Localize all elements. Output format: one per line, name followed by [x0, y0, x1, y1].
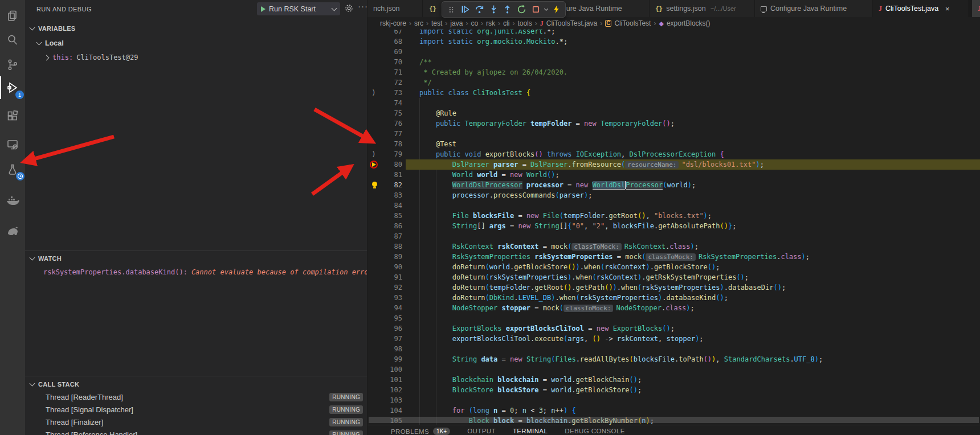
code-line[interactable]: 101 Blockchain blockchain = world.getBlo… — [368, 375, 980, 385]
tab-CliToolsTest.java[interactable]: JCliToolsTest.java× — [873, 0, 969, 17]
code-line[interactable]: 68import static org.mockito.Mockito.*; — [368, 36, 980, 47]
stop-button[interactable] — [529, 3, 543, 17]
call-stack-section-header[interactable]: CALL STACK — [25, 379, 367, 390]
gear-icon[interactable] — [344, 3, 354, 15]
code-line[interactable]: 72 */ — [368, 77, 980, 88]
code-line[interactable]: 78 @Test — [368, 139, 980, 149]
watch-expression-row[interactable]: rskSystemProperties.databaseKind(): Cann… — [25, 266, 367, 278]
tab-settings.json[interactable]: {}settings.json~/.../User — [650, 0, 755, 17]
thread-name: Thread [Finalizer] — [46, 418, 103, 426]
code-line[interactable]: 81 World world = new World(); — [368, 170, 980, 180]
lightbulb-icon[interactable] — [372, 182, 377, 187]
code-line[interactable]: 89 RskSystemProperties rskSystemProperti… — [368, 252, 980, 262]
code-line[interactable]: 83 processor.processCommands(parser); — [368, 190, 980, 200]
panel-tab-problems[interactable]: PROBLEMS1K+ — [391, 428, 450, 435]
code-line[interactable]: 104 for (long n = 0; n < 3; n++) { — [368, 405, 980, 416]
docker-icon[interactable] — [0, 189, 25, 214]
code-line[interactable]: )73public class CliToolsTest { — [368, 88, 980, 98]
code-line[interactable]: 92 doReturn(tempFolder.getRoot().getPath… — [368, 282, 980, 293]
code-line[interactable]: 84 — [368, 200, 980, 211]
breadcrumb-item[interactable]: CliToolsTest.java — [546, 19, 597, 27]
stop-options-chevron-icon[interactable] — [543, 3, 549, 17]
chevron-down-icon[interactable] — [332, 5, 337, 11]
code-token: */ — [419, 79, 432, 87]
code-line[interactable]: 91 doReturn(rskSystemProperties).when(rs… — [368, 272, 980, 282]
code-area[interactable]: 67import static org.junit.Assert.*;68imp… — [368, 26, 980, 426]
continue-button[interactable] — [459, 3, 472, 17]
breadcrumb-item[interactable]: co — [471, 19, 478, 27]
code-line[interactable]: 97 exportBlocksCliTool.execute(args, () … — [368, 334, 980, 344]
code-line[interactable]: 87 — [368, 231, 980, 241]
code-line[interactable]: 103 — [368, 395, 980, 405]
breadcrumb-item[interactable]: cli — [503, 19, 509, 27]
step-into-button[interactable] — [487, 3, 500, 17]
code-line[interactable]: 98 — [368, 344, 980, 354]
code-line[interactable]: 86 String[] args = new String[]{"0", "2"… — [368, 221, 980, 231]
thread-row[interactable]: Thread [ReaderThread]RUNNING — [25, 391, 367, 403]
variables-section-header[interactable]: VARIABLES — [25, 23, 367, 34]
run-configuration-button[interactable]: Run RSK Start — [257, 2, 340, 15]
code-line[interactable]: 99 String data = new String(Files.readAl… — [368, 354, 980, 364]
code-line[interactable]: 96 ExportBlocks exportBlocksCliTool = ne… — [368, 323, 980, 334]
remote-explorer-icon[interactable] — [0, 132, 25, 157]
code-line[interactable]: 100 — [368, 364, 980, 375]
breadcrumb-item[interactable]: src — [414, 19, 423, 27]
horizontal-scrollbar[interactable] — [369, 417, 979, 423]
tab-Configure Java Runtime[interactable]: Configure Java Runtime — [755, 0, 873, 17]
breadcrumb-item[interactable]: tools — [517, 19, 532, 27]
code-line[interactable]: 94 NodeStopper stopper = mock(classToMoc… — [368, 303, 980, 313]
code-line[interactable]: 77 — [368, 129, 980, 139]
code-line[interactable]: )79 public void exportBlocks() throws IO… — [368, 149, 980, 159]
step-out-button[interactable] — [501, 3, 514, 17]
gradle-icon[interactable] — [0, 219, 25, 244]
code-line[interactable]: 85 File blocksFile = new File(tempFolder… — [368, 211, 980, 221]
code-line[interactable]: 82 WorldDslProcessor processor = new Wor… — [368, 180, 980, 190]
code-line[interactable]: 71 * Created by ajlopez on 26/04/2020. — [368, 67, 980, 77]
close-icon[interactable]: × — [945, 5, 950, 13]
restart-button[interactable] — [515, 3, 529, 17]
thread-row[interactable]: Thread [Reference Handler]RUNNING — [25, 428, 367, 435]
tab-partial[interactable]: J — [972, 0, 980, 17]
variable-this-row[interactable]: this: CliToolsTest@29 — [25, 52, 367, 63]
breadcrumb-separator: › — [409, 19, 411, 27]
code-token: ( — [485, 263, 489, 271]
step-over-button[interactable] — [473, 3, 487, 17]
line-number: 88 — [378, 241, 402, 252]
run-and-debug-icon[interactable]: 1 — [0, 75, 25, 100]
code-line[interactable]: 75 @Rule — [368, 108, 980, 118]
hot-code-replace-button[interactable] — [549, 3, 563, 17]
thread-row[interactable]: Thread [Signal Dispatcher]RUNNING — [25, 403, 367, 416]
code-line[interactable]: 70/** — [368, 57, 980, 67]
breadcrumb-item[interactable]: test — [431, 19, 442, 27]
code-token: ) — [756, 161, 760, 169]
extensions-icon[interactable] — [0, 104, 25, 129]
panel-tab-terminal[interactable]: TERMINAL — [513, 428, 548, 434]
search-icon[interactable] — [0, 27, 25, 52]
thread-row[interactable]: Thread [Finalizer]RUNNING — [25, 416, 367, 428]
explorer-icon[interactable] — [0, 3, 25, 28]
code-line[interactable]: 76 public TemporaryFolder tempFolder = n… — [368, 118, 980, 129]
breadcrumb-item[interactable]: java — [450, 19, 463, 27]
breakpoint-current-line-icon[interactable] — [370, 161, 378, 169]
breadcrumb-item[interactable]: CliToolsTest — [614, 19, 651, 27]
watch-section-header[interactable]: WATCH — [25, 253, 367, 264]
code-line[interactable]: 102 BlockStore blockStore = world.getBlo… — [368, 385, 980, 395]
source-control-icon[interactable] — [0, 52, 25, 77]
testing-icon[interactable] — [0, 157, 25, 182]
code-line[interactable]: 95 — [368, 313, 980, 323]
tab-nch.json[interactable]: nch.json — [368, 0, 423, 17]
code-line[interactable]: 74 — [368, 98, 980, 108]
code-line[interactable]: 80 DslParser parser = DslParser.fromReso… — [368, 159, 980, 170]
more-actions-icon[interactable]: ··· — [358, 1, 368, 11]
variables-scope-local[interactable]: Local — [25, 38, 367, 49]
breadcrumb-item[interactable]: rsk — [486, 19, 495, 27]
code-line[interactable]: 69 — [368, 47, 980, 57]
code-line[interactable]: 88 RskContext rskContext = mock(classToM… — [368, 241, 980, 252]
code-line[interactable]: 93 doReturn(DbKind.LEVEL_DB).when(rskSys… — [368, 293, 980, 303]
breadcrumb-item[interactable]: rskj-core — [380, 19, 406, 27]
panel-tab-output[interactable]: OUTPUT — [467, 428, 496, 434]
code-line[interactable]: 90 doReturn(world.getBlockStore()).when(… — [368, 262, 980, 272]
drag-handle-icon[interactable] — [444, 3, 458, 17]
panel-tab-debug-console[interactable]: DEBUG CONSOLE — [565, 428, 625, 434]
breadcrumb-item[interactable]: exportBlocks() — [667, 19, 710, 27]
